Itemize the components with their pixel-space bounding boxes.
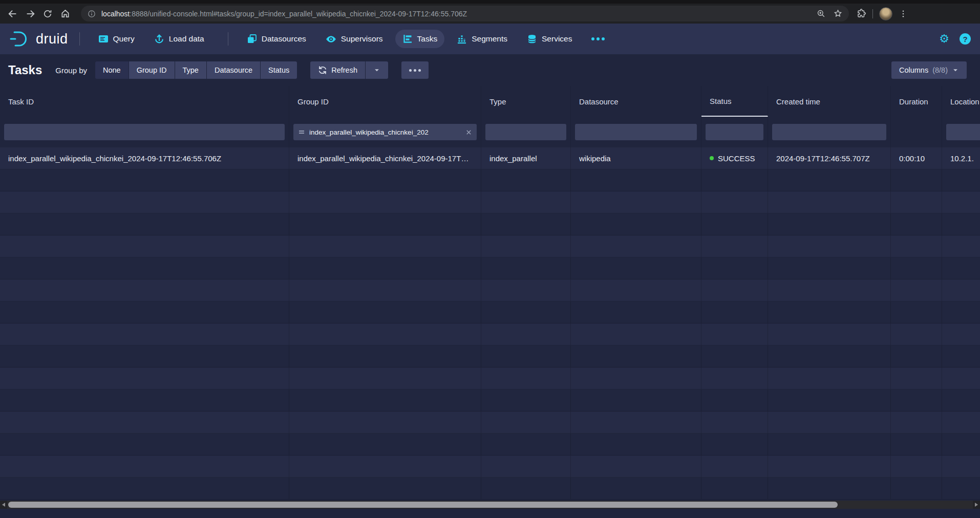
location-filter-input[interactable] bbox=[946, 124, 980, 140]
group-by-status-button[interactable]: Status bbox=[261, 61, 297, 79]
table-cell-empty bbox=[768, 235, 891, 257]
horizontal-scrollbar[interactable] bbox=[0, 501, 980, 509]
column-header-type[interactable]: Type bbox=[481, 86, 571, 117]
table-cell-empty bbox=[942, 434, 980, 455]
brand-name: druid bbox=[36, 31, 68, 47]
table-cell-empty bbox=[768, 390, 891, 411]
columns-button[interactable]: Columns (8/8) bbox=[891, 61, 967, 79]
created-time-filter-input[interactable] bbox=[772, 124, 886, 140]
group-by-datasource-button[interactable]: Datasource bbox=[207, 61, 260, 79]
column-header-label: Type bbox=[489, 97, 506, 106]
table-cell-empty bbox=[942, 478, 980, 499]
refresh-caret-button[interactable] bbox=[366, 61, 388, 79]
table-row-empty bbox=[0, 279, 980, 301]
nav-item-load-data[interactable]: Load data bbox=[147, 30, 211, 48]
table-cell-empty bbox=[942, 279, 980, 301]
table-cell-empty bbox=[0, 412, 289, 433]
table-row-empty bbox=[0, 169, 980, 191]
home-icon[interactable] bbox=[56, 5, 74, 23]
group-by-group-id-button[interactable]: Group ID bbox=[129, 61, 175, 79]
nav-item-supervisors[interactable]: Supervisors bbox=[318, 30, 390, 49]
datasources-icon bbox=[247, 34, 257, 44]
column-header-task-id[interactable]: Task ID bbox=[0, 86, 289, 117]
group-by-type-button[interactable]: Type bbox=[175, 61, 206, 79]
nav-item-segments[interactable]: Segments bbox=[450, 30, 515, 48]
reload-icon[interactable] bbox=[39, 5, 56, 23]
table-cell-empty bbox=[289, 169, 481, 191]
extensions-puzzle-icon[interactable] bbox=[856, 9, 866, 19]
task-id-filter-input[interactable] bbox=[4, 124, 285, 140]
table-cell-empty bbox=[571, 279, 701, 301]
table-cell-empty bbox=[481, 434, 571, 455]
nav-item-query[interactable]: Query bbox=[91, 30, 142, 48]
nav-divider bbox=[228, 32, 228, 46]
table-cell-empty bbox=[481, 169, 571, 191]
task-id-cell[interactable]: index_parallel_wikipedia_chicnkei_2024-0… bbox=[0, 147, 289, 169]
scroll-left-arrow[interactable] bbox=[0, 501, 7, 509]
table-cell-empty bbox=[701, 213, 768, 235]
datasource-filter-input[interactable] bbox=[575, 124, 697, 140]
status-cell[interactable]: SUCCESS bbox=[701, 147, 768, 169]
nav-item-services[interactable]: Services bbox=[520, 30, 579, 48]
group-id-cell[interactable]: index_parallel_wikipedia_chicnkei_2024-0… bbox=[289, 147, 481, 169]
table-cell-empty bbox=[768, 346, 891, 367]
more-icon bbox=[591, 37, 605, 40]
table-cell-empty bbox=[571, 235, 701, 257]
browser-menu-icon[interactable] bbox=[899, 9, 908, 18]
column-header-duration[interactable]: Duration bbox=[891, 86, 942, 117]
site-info-icon[interactable] bbox=[87, 9, 96, 18]
profile-avatar[interactable] bbox=[879, 7, 892, 20]
table-cell-empty bbox=[701, 279, 768, 301]
table-cell-empty bbox=[481, 346, 571, 367]
group-id-filter-input[interactable]: index_parallel_wikipedia_chicnkei_202 bbox=[293, 124, 477, 140]
nav-item-datasources[interactable]: Datasources bbox=[240, 30, 313, 48]
type-cell[interactable]: index_parallel bbox=[481, 147, 571, 169]
table-filter-row: index_parallel_wikipedia_chicnkei_202 bbox=[0, 117, 980, 147]
table-row-empty bbox=[0, 368, 980, 390]
table-cell-empty bbox=[942, 169, 980, 191]
zoom-icon[interactable] bbox=[816, 9, 826, 18]
created-time-cell[interactable]: 2024-09-17T12:46:55.707Z bbox=[768, 147, 891, 169]
table-cell-empty bbox=[289, 478, 481, 499]
nav-item-tasks[interactable]: Tasks bbox=[395, 30, 445, 48]
table-row[interactable]: index_parallel_wikipedia_chicnkei_2024-0… bbox=[0, 147, 980, 169]
forward-icon[interactable] bbox=[22, 5, 39, 23]
table-cell-empty bbox=[942, 346, 980, 367]
duration-cell[interactable]: 0:00:10 bbox=[891, 147, 942, 169]
table-cell-empty bbox=[891, 213, 942, 235]
datasource-cell[interactable]: wikipedia bbox=[571, 147, 701, 169]
table-cell-empty bbox=[701, 191, 768, 213]
refresh-button[interactable]: Refresh bbox=[310, 61, 365, 79]
table-cell-empty bbox=[481, 412, 571, 433]
clear-filter-icon[interactable] bbox=[465, 129, 472, 136]
table-cell-empty bbox=[289, 434, 481, 455]
url-bar[interactable]: localhost:8888/unified-console.html#task… bbox=[81, 6, 849, 21]
group-by-none-button[interactable]: None bbox=[95, 61, 129, 79]
column-header-created-time[interactable]: Created time bbox=[768, 86, 891, 117]
column-header-group-id[interactable]: Group ID bbox=[289, 86, 481, 117]
column-header-location[interactable]: Location bbox=[942, 86, 980, 117]
type-filter-input[interactable] bbox=[485, 124, 566, 140]
toolbar-more-button[interactable] bbox=[401, 61, 429, 79]
gear-icon[interactable]: ⚙ bbox=[939, 33, 949, 45]
table-cell-empty bbox=[0, 257, 289, 279]
location-cell[interactable]: 10.2.1. bbox=[942, 147, 980, 169]
back-icon[interactable] bbox=[4, 5, 22, 23]
column-header-datasource[interactable]: Datasource bbox=[571, 86, 701, 117]
nav-item-label: Query bbox=[113, 34, 135, 44]
column-header-status[interactable]: Status bbox=[701, 86, 768, 117]
column-header-label: Datasource bbox=[579, 97, 619, 106]
scrollbar-thumb[interactable] bbox=[8, 502, 838, 508]
database-icon bbox=[527, 34, 537, 44]
help-icon[interactable]: ? bbox=[960, 33, 971, 45]
status-filter-input[interactable] bbox=[706, 124, 763, 140]
bookmark-star-icon[interactable] bbox=[833, 9, 843, 18]
group-id-filter-value: index_parallel_wikipedia_chicnkei_202 bbox=[309, 128, 461, 136]
scroll-right-arrow[interactable] bbox=[973, 501, 980, 509]
scrollbar-track[interactable] bbox=[7, 501, 973, 509]
table-cell-empty bbox=[571, 169, 701, 191]
nav-more-button[interactable] bbox=[584, 33, 612, 45]
druid-brand[interactable]: druid bbox=[9, 30, 68, 48]
table-cell-empty bbox=[481, 235, 571, 257]
table-cell-empty bbox=[0, 346, 289, 367]
